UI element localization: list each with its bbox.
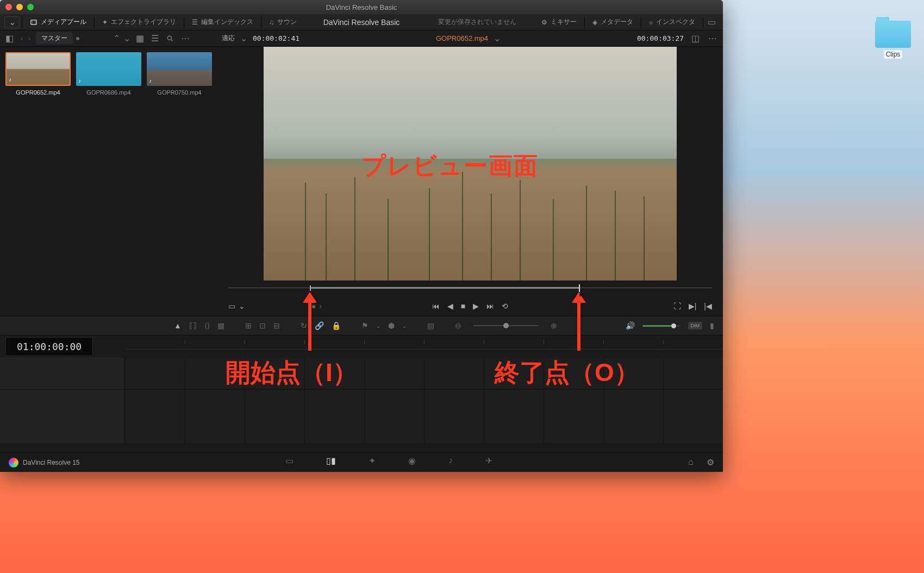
media-page[interactable]: ▭ [285,456,294,469]
folder-icon [875,21,911,48]
marker-icon[interactable]: ⬢ [388,321,395,330]
search-icon[interactable] [164,33,176,45]
in-point-marker[interactable] [310,285,311,291]
replace-clip-icon[interactable]: ⊟ [273,321,280,330]
next-clip-icon[interactable]: ▶| [689,302,697,310]
zoom-out-button[interactable]: ⊖ [455,321,461,330]
project-settings-button[interactable]: ⚙ [707,457,714,468]
video-track[interactable] [0,357,723,390]
sound-library-toggle[interactable]: ♫ サウン [264,15,302,29]
snap-icon[interactable]: ▤ [427,321,434,330]
workspace-dropdown[interactable]: ⌄ [4,16,20,28]
chevron-down-icon[interactable]: ⌄ [239,302,245,310]
selection-tool[interactable]: ▲ [174,321,182,330]
clip-thumb[interactable]: ♪ GOPR0750.mp4 [147,52,212,310]
overwrite-clip-icon[interactable]: ⊡ [259,321,266,330]
fullscreen-icon[interactable]: ⛶ [673,302,681,310]
color-page[interactable]: ◉ [408,456,416,469]
annotation-preview: プレビュー画面 [361,150,539,182]
list-view-icon[interactable]: ☰ [149,33,161,45]
app-logo[interactable]: DaVinci Resolve 15 [9,458,80,468]
out-point-marker[interactable] [579,284,580,292]
dim-button[interactable]: DIM [688,322,703,329]
prev-clip-icon[interactable]: |◀ [704,302,712,310]
record-timecode[interactable]: 00:00:03:27 [637,34,684,42]
folder-label: Clips [884,50,903,59]
effect-library-toggle[interactable]: ✦ エフェクトライブラリ [97,15,182,29]
edit-index-toggle[interactable]: ☰ 編集インデックス [186,15,259,29]
fairlight-page[interactable]: ♪ [448,456,453,469]
home-button[interactable]: ⌂ [688,457,694,468]
loop-button[interactable]: ⟲ [502,302,508,310]
close-button[interactable] [5,4,12,10]
viewer-options-icon[interactable]: ⋯ [707,33,719,45]
sidebar-toggle-icon[interactable]: ◧ [3,33,15,45]
history-forward[interactable]: › [26,34,33,43]
chevron-down-icon[interactable]: ⌄ [494,33,501,43]
clip-thumb[interactable]: ♪ GOPR0686.mp4 [76,52,141,310]
timeline-timecode[interactable]: 01:00:00:00 [5,337,93,356]
viewer-mode-icon[interactable]: ▭ [228,302,235,310]
clip-thumb[interactable]: ♪ GOPR0652.mp4 [5,52,71,310]
panel-toggle[interactable]: ▭ [706,16,717,28]
volume-icon[interactable]: 🔊 [626,321,635,330]
clip-label: GOPR0686.mp4 [76,89,141,96]
inspector-toggle[interactable]: ⟐インスペクタ [644,15,701,29]
edit-page[interactable]: ▯▮ [326,456,336,469]
insert-clip-icon[interactable]: ⊞ [245,321,252,330]
viewer: プレビュー画面 ▭ ⌄ ● › ⏮ ◀ ■ ▶ ⏭ ⟲ [217,47,723,316]
next-edit-icon[interactable]: › [319,302,322,310]
desktop-folder[interactable]: Clips [873,21,913,59]
blade-tool[interactable]: ▦ [217,321,224,330]
zoom-slider[interactable] [473,325,539,326]
thumbnail-view-icon[interactable]: ▦ [134,33,146,45]
timeline-ruler[interactable] [125,340,723,350]
link-icon[interactable]: 🔗 [315,321,324,330]
audio-track[interactable] [0,390,723,444]
metadata-toggle[interactable]: ◈メタデータ [587,15,639,29]
chevron-down-icon[interactable]: ⌄ [376,323,380,329]
minimize-button[interactable] [16,4,23,10]
bin-path[interactable]: マスター [36,32,73,45]
top-menu: ⌄ メディアプール ✦ エフェクトライブラリ ☰ 編集インデックス ♫ サウン … [0,14,723,30]
volume-slider[interactable] [642,325,680,327]
app-window: DaVinci Resolve Basic ⌄ メディアプール ✦ エフェクトラ… [0,0,723,472]
audio-icon: ♪ [149,78,152,84]
media-pool-toggle[interactable]: メディアプール [24,15,92,29]
first-frame-button[interactable]: ⏮ [432,302,440,310]
chevron-down-icon[interactable]: ⌄ [402,323,407,329]
match-frame-icon[interactable]: ● [311,302,316,310]
trim-tool[interactable]: ⟦⟧ [189,321,197,330]
flag-icon[interactable]: ⚑ [361,321,369,330]
history-back[interactable]: ‹ [18,34,25,43]
mixer-toggle[interactable]: ⚙ミキサー [536,15,582,29]
options-icon[interactable]: ⋯ [179,33,191,45]
play-button[interactable]: ▶ [473,302,479,310]
stop-button[interactable]: ■ [461,302,465,310]
project-title: DaVinci Resolve Basic [323,18,400,27]
maximize-button[interactable] [27,4,34,10]
meter-icon[interactable]: ▮ [710,321,714,330]
current-clip-name[interactable]: GOPR0652.mp4 [436,34,488,42]
dynamic-trim-tool[interactable]: ⟨⟩ [204,321,210,330]
dual-viewer-icon[interactable]: ◫ [689,33,701,45]
retime-icon[interactable]: ↻ [301,321,307,330]
bottom-bar: DaVinci Resolve 15 ▭ ▯▮ ✦ ◉ ♪ ✈ ⌂ ⚙ [0,452,723,472]
lock-icon[interactable]: 🔒 [332,321,341,330]
audio-icon: ♪ [9,77,11,83]
source-timecode[interactable]: 00:00:02:41 [253,34,299,42]
viewer-canvas[interactable]: プレビュー画面 [264,47,677,281]
fusion-page[interactable]: ✦ [369,456,376,469]
zoom-in-button[interactable]: ⊕ [551,321,557,330]
scrubber[interactable] [228,287,712,289]
sort-up-icon[interactable]: ⌃ [113,33,120,43]
edit-toolbar: ▲ ⟦⟧ ⟨⟩ ▦ ⊞ ⊡ ⊟ ↻ 🔗 🔒 ⚑ ⌄ ⬢ ⌄ ▤ ⊖ ⊕ 🔊 DI… [0,316,723,335]
last-frame-button[interactable]: ⏭ [486,302,494,310]
timeline: 01:00:00:00 [0,335,723,452]
reverse-play-button[interactable]: ◀ [447,302,453,310]
sort-down-icon[interactable]: ⌄ [123,33,130,43]
list-icon: ☰ [192,18,198,26]
deliver-page[interactable]: ✈ [485,456,492,469]
fit-dropdown[interactable]: 適応 [222,34,235,43]
toolbar: ◧ ‹ › マスター ⌃ ⌄ ▦ ☰ ⋯ 適応 ⌄ 00:00:02:41 GO [0,30,723,47]
